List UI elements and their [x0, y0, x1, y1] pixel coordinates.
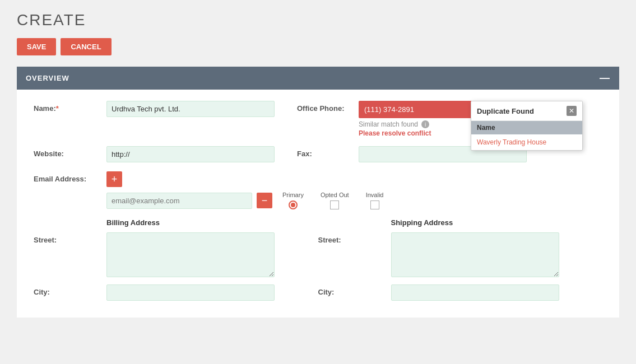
section-header: OVERVIEW —	[17, 67, 619, 90]
form-container: Name:* Office Phone: ✕ Similar match fou…	[17, 90, 619, 318]
shipping-street-field	[391, 232, 559, 279]
billing-street-input[interactable]	[106, 232, 275, 277]
duplicate-popup: Duplicate Found ✕ Name Waverly Trading H…	[471, 101, 583, 151]
section-title: OVERVIEW	[26, 74, 69, 82]
shipping-city-input[interactable]	[391, 284, 559, 301]
name-phone-row: Name:* Office Phone: ✕ Similar match fou…	[34, 101, 602, 137]
office-phone-field: ✕ Similar match found i Please resolve c…	[359, 101, 527, 137]
duplicate-popup-header: Duplicate Found ✕	[471, 101, 582, 121]
shipping-street-row: Street:	[318, 232, 603, 279]
website-field	[106, 146, 275, 162]
billing-street-label: Street:	[34, 232, 106, 244]
primary-label: Primary	[282, 192, 304, 198]
opted-out-label: Opted Out	[321, 192, 349, 198]
add-email-button[interactable]: +	[106, 171, 122, 187]
billing-address-title: Billing Address	[106, 218, 318, 227]
shipping-street-label: Street:	[318, 232, 391, 244]
duplicate-popup-column-header: Name	[471, 121, 582, 134]
primary-radio[interactable]	[289, 200, 298, 209]
info-icon[interactable]: i	[421, 120, 429, 128]
email-row: − Primary Opted Out	[106, 192, 602, 209]
minimize-icon[interactable]: —	[600, 72, 610, 84]
invalid-option: Invalid	[366, 192, 384, 209]
website-label: Website:	[34, 146, 106, 158]
name-field	[106, 101, 275, 117]
page: CREATE SAVE CANCEL OVERVIEW — Name:* Off…	[0, 0, 636, 364]
email-input[interactable]	[106, 193, 252, 209]
shipping-city-field	[391, 284, 559, 301]
fax-label: Fax:	[297, 146, 359, 158]
opted-out-checkbox[interactable]	[330, 200, 339, 209]
shipping-address-title: Shipping Address	[391, 218, 603, 227]
address-cols: Billing Address Street: City:	[34, 218, 602, 306]
primary-radio-dot	[291, 203, 295, 207]
website-input[interactable]	[106, 146, 275, 162]
email-address-section: + − Primary	[106, 171, 602, 209]
billing-city-input[interactable]	[106, 284, 275, 301]
remove-email-button[interactable]: −	[257, 193, 272, 208]
email-address-label: Email Address:	[34, 171, 106, 183]
page-title: CREATE	[17, 11, 619, 29]
name-label: Name:*	[34, 101, 106, 113]
email-options: Primary Opted Out Invalid	[282, 192, 383, 209]
primary-option: Primary	[282, 192, 304, 209]
invalid-label: Invalid	[366, 192, 384, 198]
toolbar: SAVE CANCEL	[17, 38, 619, 55]
opted-out-option: Opted Out	[321, 192, 349, 209]
billing-city-field	[106, 284, 275, 301]
similar-match-text: Similar match found	[359, 120, 418, 128]
shipping-address-col: Shipping Address Street: City:	[318, 218, 603, 306]
name-input[interactable]	[106, 101, 275, 117]
office-phone-label: Office Phone:	[297, 101, 359, 113]
office-phone-group: Office Phone: ✕ Similar match found i Pl…	[297, 101, 602, 137]
duplicate-popup-close-button[interactable]: ✕	[567, 106, 577, 116]
billing-city-label: City:	[34, 284, 106, 296]
duplicate-popup-item[interactable]: Waverly Trading House	[471, 134, 582, 150]
shipping-street-input[interactable]	[391, 232, 559, 277]
shipping-city-row: City:	[318, 284, 603, 301]
cancel-button[interactable]: CANCEL	[61, 38, 111, 55]
billing-address-col: Billing Address Street: City:	[34, 218, 318, 306]
billing-street-row: Street:	[34, 232, 318, 279]
email-address-row: Email Address: + − Primary	[34, 171, 602, 209]
shipping-city-label: City:	[318, 284, 391, 296]
save-button[interactable]: SAVE	[17, 38, 56, 55]
invalid-checkbox[interactable]	[370, 200, 379, 209]
duplicate-popup-title: Duplicate Found	[477, 107, 534, 115]
overview-section: OVERVIEW — Name:* Office Phone: ✕	[17, 67, 619, 318]
address-section: Billing Address Street: City:	[34, 218, 602, 306]
billing-city-row: City:	[34, 284, 318, 301]
billing-street-field	[106, 232, 275, 279]
